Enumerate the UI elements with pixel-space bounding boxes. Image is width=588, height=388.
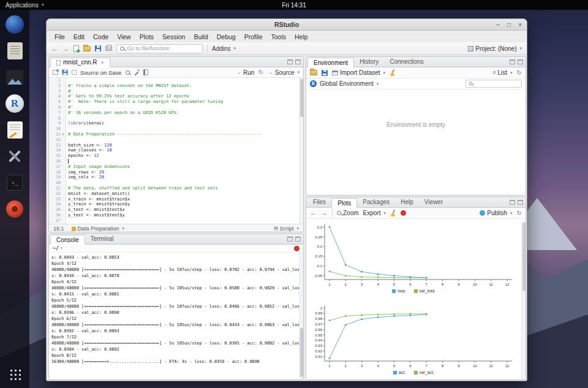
file-type-menu[interactable]: R Script ▾ [274, 226, 299, 232]
documents-icon[interactable] [4, 40, 25, 61]
console-line: 16384/48000 [=========>.................… [51, 359, 301, 365]
back-icon[interactable]: ← [51, 45, 58, 52]
svg-text:5: 5 [393, 283, 396, 286]
environment-tab-connections[interactable]: Connections [384, 57, 429, 67]
import-dataset-button[interactable]: Import Dataset ▾ [332, 69, 385, 76]
browser-icon[interactable] [4, 14, 25, 35]
goto-file-search[interactable] [116, 44, 203, 53]
clock[interactable]: Fri 14:31 [282, 2, 306, 9]
editor-tab[interactable]: mnist_cnn.R × [50, 58, 110, 67]
forward-icon[interactable]: → [62, 45, 69, 52]
updater-icon[interactable] [4, 199, 25, 219]
menu-profile[interactable]: Profile [240, 33, 267, 40]
export-button[interactable]: Export ▾ [363, 210, 386, 216]
clear-plots-icon[interactable] [390, 210, 396, 216]
run-button[interactable]: → Run [235, 69, 254, 76]
save-icon[interactable] [62, 70, 68, 75]
compile-report-icon[interactable] [143, 69, 148, 75]
editor-toolbar: Source on Save → Run ↻ → Source ▾ [49, 67, 303, 78]
console-output[interactable]: s: 0.0493 - val_acc: 0.9853Epoch 3/12480… [49, 253, 303, 365]
project-menu[interactable]: Project: (None)▾ [468, 45, 522, 52]
line-number: 22 [49, 191, 61, 197]
menu-plots[interactable]: Plots [135, 33, 158, 40]
open-file-icon[interactable] [83, 46, 91, 51]
code-text: #' [66, 105, 73, 110]
menu-tools[interactable]: Tools [266, 33, 290, 40]
applications-menu[interactable]: Applications▾ [0, 0, 49, 10]
files-tab-files[interactable]: Files [307, 197, 331, 207]
console-scrollbar[interactable] [299, 253, 303, 379]
rstudio-icon[interactable]: R [4, 93, 25, 114]
print-icon[interactable] [105, 46, 112, 51]
menu-view[interactable]: View [113, 33, 135, 40]
publish-button[interactable]: Publish ▾ [480, 210, 512, 216]
chevron-down-icon: ▾ [383, 70, 386, 75]
files-tab-viewer[interactable]: Viewer [419, 197, 448, 207]
popout-icon[interactable] [53, 70, 58, 75]
code-text: #' Note: There is still a large margin f… [66, 99, 223, 105]
text-editor-icon[interactable] [4, 120, 25, 140]
line-number: 7 [49, 110, 61, 116]
menu-session[interactable]: Session [158, 33, 189, 40]
pane-buttons[interactable] [287, 237, 301, 242]
code-line: 19img_cols <- 28 [49, 175, 303, 180]
save-workspace-icon[interactable] [322, 70, 328, 76]
environment-scope-menu[interactable]: Global Environment ▾ [320, 80, 379, 87]
close-button[interactable]: × [518, 21, 522, 28]
minimize-button[interactable]: − [496, 21, 500, 28]
refresh-icon[interactable]: ↻ [517, 210, 522, 216]
line-number: 11 [49, 132, 61, 137]
files-tab-packages[interactable]: Packages [357, 197, 395, 207]
image-viewer-icon[interactable] [4, 67, 25, 88]
code-tools-icon[interactable] [134, 69, 140, 75]
files-tab-plots[interactable]: Plots [331, 198, 357, 208]
menu-code[interactable]: Code [89, 33, 113, 40]
pane-buttons[interactable] [287, 59, 301, 64]
load-workspace-icon[interactable] [310, 70, 317, 75]
environment-tab-history[interactable]: History [354, 57, 384, 67]
menu-file[interactable]: File [50, 33, 69, 40]
remove-plot-icon[interactable] [401, 210, 406, 216]
list-view-button[interactable]: ≡ List ▾ [492, 69, 512, 76]
zoom-button[interactable]: Zoom [337, 210, 359, 216]
terminal-icon[interactable]: ›_ [4, 172, 25, 193]
menu-edit[interactable]: Edit [69, 33, 89, 40]
menu-debug[interactable]: Debug [213, 33, 240, 40]
stop-icon[interactable] [294, 246, 300, 251]
plots-scrollbar[interactable] [521, 221, 526, 380]
fold-icon[interactable]: ▾ [61, 132, 66, 137]
previous-plot-icon[interactable]: ← [310, 210, 317, 216]
line-number: 16 [49, 159, 61, 164]
rerun-icon[interactable]: ↻ [258, 69, 263, 75]
source-button[interactable]: → Source ▾ [267, 69, 300, 76]
environment-tab-environment[interactable]: Environment [307, 58, 354, 67]
code-line: 18img_rows <- 28 [49, 170, 303, 175]
section-navigator[interactable]: Data Preparation ▾ [72, 226, 125, 232]
addins-button[interactable]: Addins▾ [212, 45, 236, 52]
refresh-icon[interactable]: ↻ [517, 70, 522, 76]
maximize-button[interactable]: □ [507, 21, 511, 28]
close-tab-icon[interactable]: × [101, 58, 104, 67]
source-on-save-checkbox[interactable] [72, 70, 77, 75]
export-label: Export [363, 210, 381, 216]
working-directory[interactable]: ~/ [53, 245, 59, 251]
goto-file-input[interactable] [127, 45, 199, 51]
new-file-icon[interactable] [74, 45, 79, 52]
files-tab-help[interactable]: Help [395, 197, 419, 207]
show-applications-icon[interactable] [4, 363, 25, 384]
pane-buttons[interactable] [510, 59, 523, 64]
clear-objects-icon[interactable] [390, 69, 396, 76]
menu-build[interactable]: Build [189, 33, 212, 40]
save-icon[interactable] [95, 45, 101, 51]
console-tab-terminal[interactable]: Terminal [85, 234, 119, 244]
pane-buttons[interactable] [510, 200, 523, 205]
find-icon[interactable] [126, 70, 130, 75]
environment-search[interactable] [466, 80, 522, 88]
environment-search-input[interactable] [475, 81, 515, 87]
next-plot-icon[interactable]: → [321, 210, 328, 216]
menu-help[interactable]: Help [290, 33, 312, 40]
console-tab-console[interactable]: Console [50, 235, 85, 245]
code-editor[interactable]: 12#' Trains a simple convnet on the MNIS… [49, 78, 303, 224]
title-bar[interactable]: RStudio − □ × [47, 19, 527, 31]
tools-icon[interactable] [4, 146, 25, 167]
